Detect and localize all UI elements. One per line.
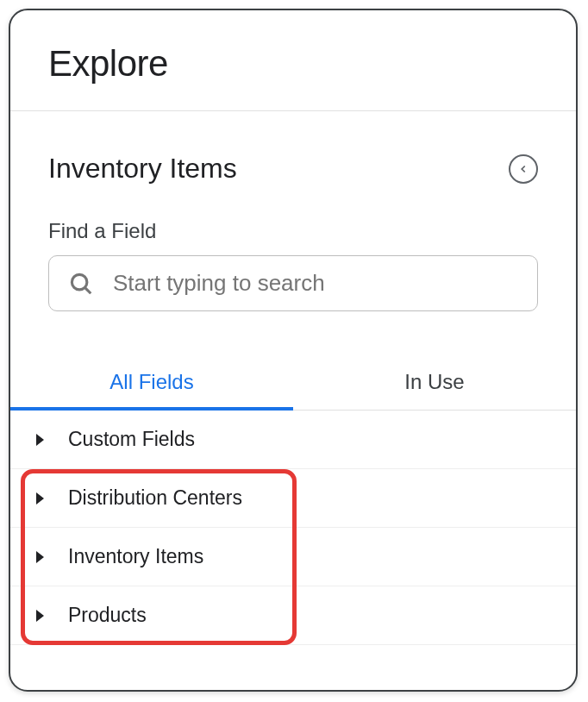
explore-panel: Explore Inventory Items Find a Field All…: [9, 9, 578, 692]
svg-point-0: [72, 274, 87, 290]
field-picker-section: Inventory Items Find a Field: [10, 111, 576, 358]
field-group-label: Inventory Items: [68, 545, 203, 568]
field-group-label: Products: [68, 604, 147, 627]
field-group-label: Custom Fields: [68, 428, 195, 451]
caret-right-icon: [36, 551, 44, 563]
collapse-button[interactable]: [509, 154, 538, 184]
field-group-products[interactable]: Products: [10, 586, 576, 645]
caret-right-icon: [36, 434, 44, 446]
section-header: Inventory Items: [48, 153, 538, 185]
page-title: Explore: [48, 43, 538, 85]
search-input[interactable]: [113, 270, 518, 297]
field-list: Custom Fields Distribution Centers Inven…: [10, 411, 576, 645]
panel-header: Explore: [10, 10, 576, 110]
svg-line-1: [84, 287, 91, 293]
tab-in-use[interactable]: In Use: [293, 358, 576, 411]
search-icon: [68, 271, 94, 297]
field-group-distribution-centers[interactable]: Distribution Centers: [10, 469, 576, 528]
search-box[interactable]: [48, 255, 538, 311]
caret-right-icon: [36, 492, 44, 505]
field-group-custom-fields[interactable]: Custom Fields: [10, 411, 576, 469]
explore-name: Inventory Items: [48, 153, 237, 185]
search-label: Find a Field: [48, 219, 538, 243]
tab-all-fields[interactable]: All Fields: [10, 358, 293, 411]
tabs: All Fields In Use: [10, 358, 576, 411]
caret-right-icon: [36, 610, 44, 622]
field-group-label: Distribution Centers: [68, 486, 242, 510]
field-group-inventory-items[interactable]: Inventory Items: [10, 528, 576, 586]
chevron-left-icon: [517, 163, 529, 175]
